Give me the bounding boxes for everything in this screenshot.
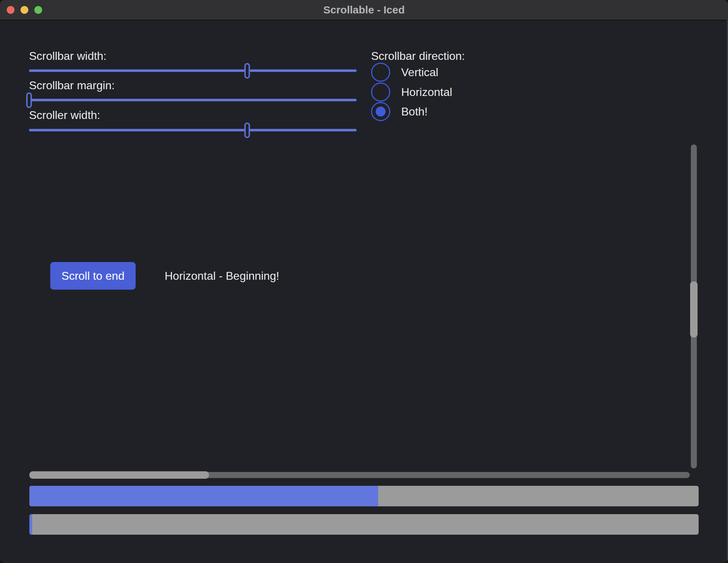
vertical-scrollbar[interactable]	[691, 144, 697, 468]
window-title: Scrollable - Iced	[0, 0, 728, 20]
scrollbar-width-label: Scrollbar width:	[29, 49, 107, 63]
scrollbar-direction-label: Scrollbar direction:	[371, 49, 465, 63]
title-bar: Scrollable - Iced	[0, 0, 728, 21]
radio-label-horizontal: Horizontal	[401, 86, 452, 99]
progress-bar-y-fill	[29, 514, 32, 535]
radio-option-vertical[interactable]: Vertical	[371, 63, 438, 82]
progress-bar-x	[29, 486, 699, 506]
radio-option-horizontal[interactable]: Horizontal	[371, 83, 452, 102]
radio-circle-both[interactable]	[371, 102, 390, 121]
scrollbar-margin-label: Scrollbar margin:	[29, 78, 115, 92]
scroll-status-text: Horizontal - Beginning!	[165, 262, 279, 290]
progress-bar-x-fill	[29, 486, 378, 506]
scrollbar-margin-slider[interactable]	[29, 99, 357, 101]
radio-circle-horizontal[interactable]	[371, 83, 390, 102]
scroll-to-end-button[interactable]: Scroll to end	[50, 262, 136, 290]
radio-option-both[interactable]: Both!	[371, 102, 428, 121]
scroller-width-slider[interactable]	[29, 129, 357, 131]
scrollbar-margin-slider-handle[interactable]	[26, 92, 32, 108]
scroller-width-slider-handle[interactable]	[244, 123, 250, 138]
radio-selected-dot	[376, 107, 386, 116]
app-window: Scrollable - Iced Scrollbar width: Scrol…	[0, 0, 728, 563]
scrollbar-width-slider[interactable]	[29, 69, 357, 72]
horizontal-scrollbar[interactable]	[29, 472, 690, 478]
radio-label-vertical: Vertical	[401, 66, 438, 79]
progress-bar-y	[29, 514, 699, 535]
horizontal-scrollbar-thumb[interactable]	[29, 471, 209, 479]
scrollbar-width-slider-handle[interactable]	[244, 63, 250, 79]
radio-label-both: Both!	[401, 105, 428, 118]
scroller-width-label: Scroller width:	[29, 108, 100, 122]
radio-circle-vertical[interactable]	[371, 63, 390, 82]
vertical-scrollbar-thumb[interactable]	[690, 282, 698, 337]
